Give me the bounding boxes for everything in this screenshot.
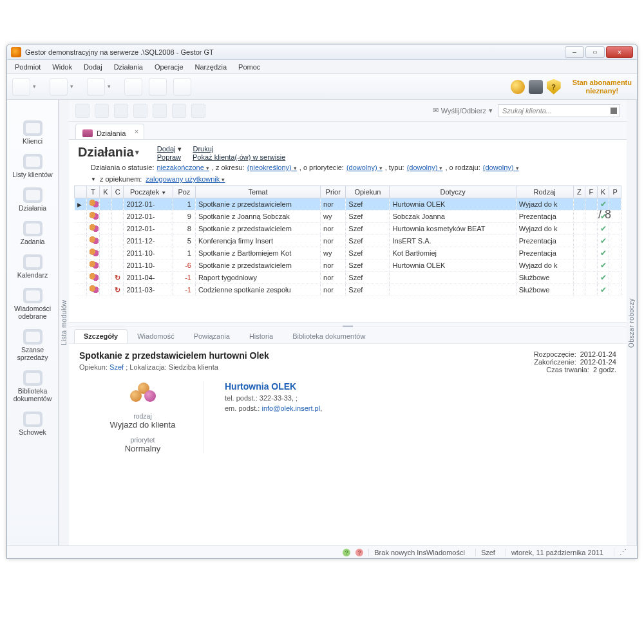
people-icon (125, 381, 161, 410)
ct-btn-5[interactable] (153, 104, 167, 118)
grid-col-9[interactable]: Dotyczy (390, 186, 516, 198)
module-kalendarz[interactable]: Kalendarz (10, 253, 55, 283)
subscription-status: Stan abonamentu nieznany! (573, 79, 632, 94)
page-title[interactable]: Działania▾ (78, 145, 139, 160)
module-szanse[interactable]: Szanse sprzedaży (10, 328, 55, 365)
search-go-icon[interactable] (611, 108, 617, 114)
maximize-button[interactable]: ▭ (585, 46, 605, 58)
grid-col-1[interactable]: T (86, 186, 100, 198)
tool-print[interactable] (87, 78, 105, 96)
tool-mail[interactable] (149, 78, 167, 96)
tab-close-icon[interactable]: × (135, 128, 138, 135)
filter-owner[interactable]: zalogowany użytkownik ▾ (146, 175, 225, 183)
send-receive-button[interactable]: ✉Wyślij/Odbierz▾ (433, 106, 493, 115)
globe-icon[interactable] (511, 80, 525, 94)
grid-col-13[interactable]: K (597, 186, 609, 198)
client-search-input[interactable]: Szukaj klienta... (498, 104, 620, 117)
action-fix[interactable]: Popraw (157, 153, 181, 161)
table-row[interactable]: ↻2011-04--1Raport tygodniowynorSzefSłużb… (75, 272, 621, 284)
detail-tab-szczegoly[interactable]: Szczegóły (74, 329, 128, 343)
table-row[interactable]: 2011-10--6Spotkanie z przedstawicielemno… (75, 260, 621, 272)
filter-status[interactable]: niezakończone ▾ (156, 164, 209, 171)
tool-new[interactable] (12, 78, 30, 96)
status-user: Szef (475, 549, 500, 556)
detail-email-link[interactable]: info@olek.insert.pl (261, 404, 320, 412)
menu-widok[interactable]: Widok (47, 62, 77, 72)
detail-tab-historia[interactable]: Historia (240, 329, 283, 343)
module-biblioteka[interactable]: Biblioteka dokumentów (10, 369, 55, 406)
grid-col-14[interactable]: P (609, 186, 621, 198)
table-row[interactable]: 2012-01-8Spotkanie z przedstawicielemnor… (75, 223, 621, 235)
menu-dzialania[interactable]: Działania (109, 62, 148, 72)
detail-title: Spotkanie z przedstawicielem hurtowni Ol… (79, 350, 490, 361)
grid-col-7[interactable]: Prior (321, 186, 346, 198)
grid-col-10[interactable]: Rodzaj (516, 186, 573, 198)
grid-col-6[interactable]: Temat (195, 186, 320, 198)
cube-icon[interactable] (529, 80, 543, 94)
ct-btn-7[interactable] (191, 104, 205, 118)
detail-client-block: Hurtownia OLEK tel. podst.: 322-33-33, ;… (225, 381, 322, 453)
filter-priority[interactable]: (dowolny) ▾ (346, 164, 383, 171)
detail-owner-link[interactable]: Szef (109, 363, 124, 371)
menu-podmiot[interactable]: Podmiot (10, 62, 46, 72)
action-add[interactable]: Dodaj (157, 145, 176, 153)
module-klienci[interactable]: Klienci (10, 119, 55, 149)
close-button[interactable]: ✕ (606, 46, 633, 58)
ct-btn-2[interactable] (95, 104, 109, 118)
table-row[interactable]: 2011-10-1Spotkanie z Bartłomiejem KotwyS… (75, 247, 621, 260)
action-show-client[interactable]: Pokaż klienta(-ów) w serwisie (193, 153, 285, 161)
tool-device[interactable] (173, 78, 191, 96)
minimize-button[interactable]: — (565, 46, 584, 58)
detail-tab-powiazania[interactable]: Powiązania (184, 329, 240, 343)
module-zadania[interactable]: Zadania (10, 220, 55, 249)
grid-col-4[interactable]: Początek ▼ (124, 186, 173, 198)
detail-tabs: Szczegóły Wiadomość Powiązania Historia … (69, 327, 627, 344)
ct-btn-4[interactable] (133, 104, 147, 118)
module-schowek[interactable]: Schowek (10, 410, 55, 440)
module-dzialania[interactable]: Działania (10, 186, 55, 216)
table-row[interactable]: 2011-12-5Konferencja firmy InsertnorSzef… (75, 235, 621, 247)
filter-kind[interactable]: (dowolny) ▾ (483, 164, 519, 171)
grid-col-0[interactable] (75, 186, 87, 198)
menubar: Podmiot Widok Dodaj Działania Operacje N… (7, 60, 637, 74)
ct-btn-6[interactable] (172, 104, 186, 118)
ct-btn-1[interactable] (75, 104, 90, 118)
menu-operacje[interactable]: Operacje (149, 62, 189, 72)
shield-icon[interactable]: ? (547, 79, 561, 95)
table-row[interactable]: ↻2011-03--1Codzienne spotkanie zespołuno… (75, 284, 621, 296)
detail-client-link[interactable]: Hurtownia OLEK (225, 381, 322, 392)
tool-open[interactable] (50, 78, 68, 96)
action-print[interactable]: Drukuj (193, 145, 214, 153)
status-help-red-icon[interactable]: ? (355, 549, 363, 556)
main-toolbar: ? Stan abonamentu nieznany! (7, 74, 637, 100)
grid-col-11[interactable]: Z (573, 186, 585, 198)
tab-dzialania[interactable]: Działania × (75, 124, 144, 139)
module-wiadomosci[interactable]: Wiadomości odebrane (10, 287, 55, 324)
table-row[interactable]: 2012-01-9Spotkanie z Joanną SobczakwySze… (75, 211, 621, 223)
table-row[interactable]: 2012-01-1Spotkanie z przedstawicielemnor… (75, 198, 621, 211)
module-listy[interactable]: Listy klientów (10, 153, 55, 182)
menu-pomoc[interactable]: Pomoc (233, 62, 265, 72)
ct-btn-3[interactable] (114, 104, 128, 118)
splitter[interactable]: ▬▬ (69, 322, 627, 327)
tool-edit[interactable] (124, 78, 142, 96)
detail-tab-wiadomosc[interactable]: Wiadomość (128, 329, 184, 343)
status-date: wtorek, 11 października 2011 (506, 549, 609, 556)
menu-dodaj[interactable]: Dodaj (79, 62, 108, 72)
activities-grid[interactable]: TKCPoczątek ▼PozTematPriorOpiekunDotyczy… (74, 185, 621, 296)
grid-col-12[interactable]: F (585, 186, 598, 198)
detail-tab-biblioteka[interactable]: Biblioteka dokumentów (283, 329, 375, 343)
workspace-handle[interactable]: Obszar roboczy (627, 100, 637, 545)
filter-period[interactable]: (nieokreślony) ▾ (247, 164, 297, 171)
grid-col-8[interactable]: Opiekun (346, 186, 390, 198)
module-list-handle[interactable]: Lista modułów (59, 100, 69, 545)
grid-col-5[interactable]: Poz (173, 186, 195, 198)
status-help-green-icon[interactable]: ? (343, 549, 350, 556)
menu-narzedzia[interactable]: Narzędzia (190, 62, 232, 72)
grid-col-2[interactable]: K (100, 186, 112, 198)
content-toolbar: ✉Wyślij/Odbierz▾ Szukaj klienta... (69, 100, 627, 122)
filter-type[interactable]: (dowolny) ▾ (407, 164, 443, 171)
record-count: / 8 (598, 208, 611, 222)
document-tabs: Działania × (69, 122, 627, 140)
grid-col-3[interactable]: C (111, 186, 124, 198)
